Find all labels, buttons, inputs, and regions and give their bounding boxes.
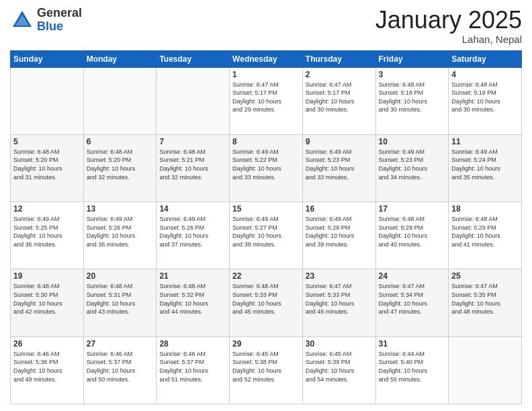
day-info: Sunrise: 6:47 AMSunset: 5:33 PMDaylight:… [306, 282, 373, 316]
table-cell: 17Sunrise: 6:48 AMSunset: 5:29 PMDayligh… [375, 202, 449, 269]
day-info: Sunrise: 6:48 AMSunset: 5:19 PMDaylight:… [451, 81, 519, 114]
logo-blue: Blue [37, 19, 63, 33]
location: Lahan, Nepal [375, 34, 522, 45]
day-number: 2 [306, 70, 373, 79]
day-number: 27 [87, 339, 154, 349]
day-info: Sunrise: 6:49 AMSunset: 5:26 PMDaylight:… [159, 215, 226, 248]
day-number: 5 [13, 137, 81, 146]
day-info: Sunrise: 6:45 AMSunset: 5:38 PMDaylight:… [232, 350, 300, 383]
table-cell: 3Sunrise: 6:48 AMSunset: 5:18 PMDaylight… [375, 67, 449, 134]
day-info: Sunrise: 6:46 AMSunset: 5:37 PMDaylight:… [159, 350, 226, 383]
col-wednesday: Wednesday [230, 50, 303, 67]
table-cell: 20Sunrise: 6:48 AMSunset: 5:31 PMDayligh… [83, 269, 157, 336]
table-cell: 14Sunrise: 6:49 AMSunset: 5:26 PMDayligh… [157, 202, 230, 269]
day-number: 14 [159, 204, 226, 214]
day-info: Sunrise: 6:48 AMSunset: 5:29 PMDaylight:… [451, 215, 519, 248]
day-number: 29 [232, 339, 300, 349]
table-cell: 16Sunrise: 6:49 AMSunset: 5:28 PMDayligh… [302, 202, 375, 269]
day-number: 22 [232, 271, 300, 281]
day-info: Sunrise: 6:49 AMSunset: 5:27 PMDaylight:… [232, 215, 300, 248]
header-row: Sunday Monday Tuesday Wednesday Thursday… [11, 50, 522, 67]
calendar-row: 5Sunrise: 6:48 AMSunset: 5:20 PMDaylight… [11, 134, 522, 201]
day-number: 20 [87, 271, 154, 281]
day-info: Sunrise: 6:46 AMSunset: 5:37 PMDaylight:… [87, 350, 154, 383]
table-cell: 22Sunrise: 6:48 AMSunset: 5:33 PMDayligh… [230, 269, 303, 336]
logo: General Blue [10, 7, 82, 34]
day-number: 8 [232, 137, 300, 146]
day-info: Sunrise: 6:46 AMSunset: 5:36 PMDaylight:… [13, 350, 81, 383]
table-cell: 19Sunrise: 6:48 AMSunset: 5:30 PMDayligh… [11, 269, 84, 336]
table-cell: 21Sunrise: 6:48 AMSunset: 5:32 PMDayligh… [157, 269, 230, 336]
table-cell: 7Sunrise: 6:48 AMSunset: 5:21 PMDaylight… [157, 134, 230, 201]
day-info: Sunrise: 6:48 AMSunset: 5:20 PMDaylight:… [13, 148, 81, 181]
day-info: Sunrise: 6:49 AMSunset: 5:26 PMDaylight:… [87, 215, 154, 248]
table-cell: 31Sunrise: 6:44 AMSunset: 5:40 PMDayligh… [375, 336, 449, 404]
table-cell: 18Sunrise: 6:48 AMSunset: 5:29 PMDayligh… [449, 202, 522, 269]
table-cell: 29Sunrise: 6:45 AMSunset: 5:38 PMDayligh… [230, 336, 303, 404]
day-number: 15 [232, 204, 300, 214]
table-cell: 13Sunrise: 6:49 AMSunset: 5:26 PMDayligh… [83, 202, 157, 269]
day-number: 26 [13, 339, 81, 349]
calendar-row: 19Sunrise: 6:48 AMSunset: 5:30 PMDayligh… [11, 269, 522, 336]
table-cell: 1Sunrise: 6:47 AMSunset: 5:17 PMDaylight… [230, 67, 303, 134]
day-number: 28 [159, 339, 226, 349]
day-info: Sunrise: 6:49 AMSunset: 5:23 PMDaylight:… [379, 148, 446, 181]
table-cell [11, 67, 84, 134]
col-monday: Monday [83, 50, 157, 67]
day-info: Sunrise: 6:48 AMSunset: 5:33 PMDaylight:… [232, 282, 300, 316]
day-info: Sunrise: 6:47 AMSunset: 5:17 PMDaylight:… [232, 81, 300, 114]
logo-general: General [37, 6, 82, 19]
table-cell: 10Sunrise: 6:49 AMSunset: 5:23 PMDayligh… [375, 134, 449, 201]
day-info: Sunrise: 6:49 AMSunset: 5:22 PMDaylight:… [232, 148, 300, 181]
table-cell: 23Sunrise: 6:47 AMSunset: 5:33 PMDayligh… [302, 269, 375, 336]
day-info: Sunrise: 6:48 AMSunset: 5:31 PMDaylight:… [87, 282, 154, 316]
day-number: 4 [451, 70, 519, 79]
header: General Blue January 2025 Lahan, Nepal [10, 7, 522, 45]
table-cell: 11Sunrise: 6:49 AMSunset: 5:24 PMDayligh… [449, 134, 522, 201]
table-cell: 8Sunrise: 6:49 AMSunset: 5:22 PMDaylight… [230, 134, 303, 201]
calendar-row: 26Sunrise: 6:46 AMSunset: 5:36 PMDayligh… [11, 336, 522, 404]
day-number: 11 [451, 137, 519, 146]
table-cell: 28Sunrise: 6:46 AMSunset: 5:37 PMDayligh… [157, 336, 230, 404]
table-cell: 4Sunrise: 6:48 AMSunset: 5:19 PMDaylight… [449, 67, 522, 134]
col-saturday: Saturday [449, 50, 522, 67]
table-cell: 9Sunrise: 6:49 AMSunset: 5:23 PMDaylight… [302, 134, 375, 201]
day-info: Sunrise: 6:47 AMSunset: 5:34 PMDaylight:… [379, 282, 446, 316]
day-number: 1 [232, 70, 300, 79]
table-cell: 24Sunrise: 6:47 AMSunset: 5:34 PMDayligh… [375, 269, 449, 336]
table-cell [83, 67, 157, 134]
day-info: Sunrise: 6:44 AMSunset: 5:40 PMDaylight:… [379, 350, 446, 383]
day-info: Sunrise: 6:48 AMSunset: 5:29 PMDaylight:… [379, 215, 446, 248]
table-cell: 25Sunrise: 6:47 AMSunset: 5:35 PMDayligh… [449, 269, 522, 336]
day-number: 6 [87, 137, 154, 146]
day-info: Sunrise: 6:47 AMSunset: 5:17 PMDaylight:… [306, 81, 373, 114]
day-number: 10 [379, 137, 446, 146]
table-cell: 6Sunrise: 6:48 AMSunset: 5:20 PMDaylight… [83, 134, 157, 201]
day-number: 16 [306, 204, 373, 214]
day-info: Sunrise: 6:47 AMSunset: 5:35 PMDaylight:… [451, 282, 519, 316]
table-cell [157, 67, 230, 134]
col-tuesday: Tuesday [157, 50, 230, 67]
col-sunday: Sunday [11, 50, 84, 67]
day-info: Sunrise: 6:49 AMSunset: 5:23 PMDaylight:… [306, 148, 373, 181]
day-number: 18 [451, 204, 519, 214]
table-cell: 27Sunrise: 6:46 AMSunset: 5:37 PMDayligh… [83, 336, 157, 404]
day-info: Sunrise: 6:48 AMSunset: 5:18 PMDaylight:… [379, 81, 446, 114]
day-number: 3 [379, 70, 446, 79]
table-cell: 2Sunrise: 6:47 AMSunset: 5:17 PMDaylight… [302, 67, 375, 134]
month-title: January 2025 [375, 7, 522, 34]
calendar-row: 1Sunrise: 6:47 AMSunset: 5:17 PMDaylight… [11, 67, 522, 134]
day-info: Sunrise: 6:49 AMSunset: 5:25 PMDaylight:… [13, 215, 81, 248]
day-number: 31 [379, 339, 446, 349]
day-number: 12 [13, 204, 81, 214]
day-number: 25 [451, 271, 519, 281]
day-info: Sunrise: 6:48 AMSunset: 5:20 PMDaylight:… [87, 148, 154, 181]
day-number: 24 [379, 271, 446, 281]
day-number: 17 [379, 204, 446, 214]
table-cell [449, 336, 522, 404]
table-cell: 5Sunrise: 6:48 AMSunset: 5:20 PMDaylight… [11, 134, 84, 201]
table-cell: 26Sunrise: 6:46 AMSunset: 5:36 PMDayligh… [11, 336, 84, 404]
day-number: 9 [306, 137, 373, 146]
day-number: 23 [306, 271, 373, 281]
day-info: Sunrise: 6:48 AMSunset: 5:30 PMDaylight:… [13, 282, 81, 316]
